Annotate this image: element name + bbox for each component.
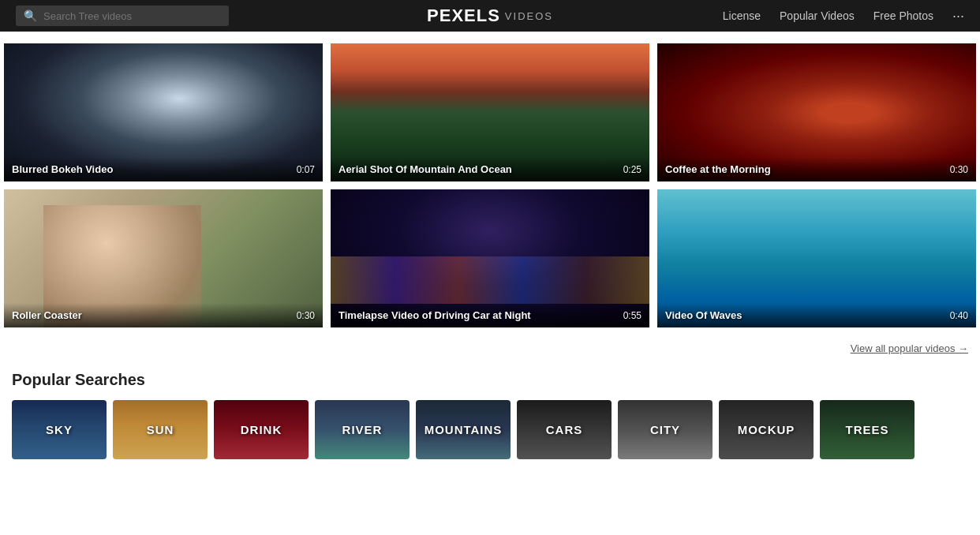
popular-item-label: TREES [820,400,915,459]
video-duration: 0:07 [297,164,315,175]
popular-search-item[interactable]: CITY [618,400,713,459]
video-title: Video Of Waves [665,309,742,321]
video-card[interactable]: Coffee at the Morning 0:30 [657,43,976,181]
video-duration: 0:25 [623,164,641,175]
logo: PEXELS VIDEOS [427,6,553,26]
nav-free-photos[interactable]: Free Photos [873,9,933,22]
popular-search-item[interactable]: CARS [517,400,612,459]
popular-searches-grid: SKY SUN DRINK RIVER MOUNTAINS CARS CITY … [12,400,968,459]
popular-item-label: CITY [618,400,713,459]
search-icon: 🔍 [24,9,37,22]
popular-item-label: SKY [12,400,107,459]
popular-search-item[interactable]: SKY [12,400,107,459]
video-title: Timelapse Video of Driving Car at Night [339,309,531,321]
nav: License Popular Videos Free Photos ··· [723,8,964,24]
video-card[interactable]: Video Of Waves 0:40 [657,189,976,327]
video-overlay: Roller Coaster 0:30 [4,303,323,327]
popular-item-label: RIVER [315,400,410,459]
view-all-link[interactable]: View all popular videos → [851,342,968,354]
video-card[interactable]: Timelapse Video of Driving Car at Night … [331,189,649,327]
video-grid: Blurred Bokeh Video 0:07 Aerial Shot Of … [0,32,980,331]
popular-item-label: MOCKUP [719,400,814,459]
popular-search-item[interactable]: RIVER [315,400,410,459]
popular-search-item[interactable]: SUN [113,400,208,459]
popular-search-item[interactable]: DRINK [214,400,309,459]
popular-search-item[interactable]: TREES [820,400,915,459]
video-duration: 0:55 [623,310,641,321]
video-duration: 0:40 [950,310,968,321]
search-box[interactable]: 🔍 [16,6,229,26]
view-all-row: View all popular videos → [0,331,980,363]
popular-search-item[interactable]: MOCKUP [719,400,814,459]
video-overlay: Coffee at the Morning 0:30 [657,157,976,181]
nav-license[interactable]: License [723,9,761,22]
popular-searches-section: Popular Searches SKY SUN DRINK RIVER MOU… [0,363,980,475]
nav-popular-videos[interactable]: Popular Videos [780,9,855,22]
video-card[interactable]: Blurred Bokeh Video 0:07 [4,43,323,181]
popular-item-label: MOUNTAINS [416,400,511,459]
popular-item-label: CARS [517,400,612,459]
popular-item-label: SUN [113,400,208,459]
video-overlay: Timelapse Video of Driving Car at Night … [331,303,649,327]
search-input[interactable] [43,10,221,22]
video-card[interactable]: Aerial Shot Of Mountain And Ocean 0:25 [331,43,649,181]
video-title: Blurred Bokeh Video [12,163,113,175]
video-title: Coffee at the Morning [665,163,771,175]
header: 🔍 PEXELS VIDEOS License Popular Videos F… [0,0,980,32]
logo-sub: VIDEOS [505,10,553,22]
video-title: Aerial Shot Of Mountain And Ocean [339,163,512,175]
logo-brand: PEXELS [427,6,500,26]
video-title: Roller Coaster [12,309,82,321]
video-card[interactable]: Roller Coaster 0:30 [4,189,323,327]
video-overlay: Aerial Shot Of Mountain And Ocean 0:25 [331,157,649,181]
video-duration: 0:30 [297,310,315,321]
nav-more-button[interactable]: ··· [952,8,964,24]
video-duration: 0:30 [950,164,968,175]
video-overlay: Blurred Bokeh Video 0:07 [4,157,323,181]
popular-searches-title: Popular Searches [12,371,968,389]
popular-search-item[interactable]: MOUNTAINS [416,400,511,459]
video-overlay: Video Of Waves 0:40 [657,303,976,327]
popular-item-label: DRINK [214,400,309,459]
